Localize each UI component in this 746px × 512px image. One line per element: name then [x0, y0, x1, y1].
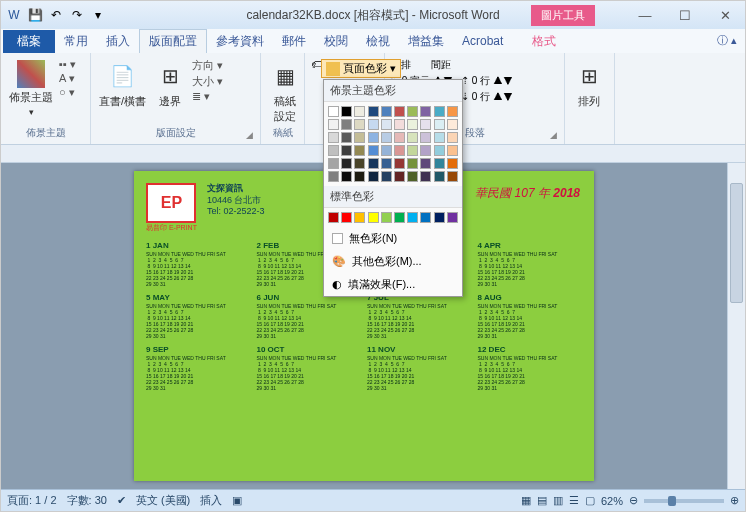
color-swatch[interactable] — [328, 212, 339, 223]
color-swatch[interactable] — [434, 119, 445, 130]
color-swatch[interactable] — [381, 145, 392, 156]
view-print-layout-icon[interactable]: ▦ — [521, 494, 531, 507]
zoom-slider[interactable] — [644, 499, 724, 503]
color-swatch[interactable] — [354, 132, 365, 143]
color-swatch[interactable] — [447, 132, 458, 143]
color-swatch[interactable] — [420, 158, 431, 169]
size-button[interactable]: 大小 ▾ — [192, 74, 223, 89]
color-swatch[interactable] — [368, 158, 379, 169]
page-count[interactable]: 頁面: 1 / 2 — [7, 493, 57, 508]
qat-more-icon[interactable]: ▾ — [89, 6, 107, 24]
color-swatch[interactable] — [407, 158, 418, 169]
color-swatch[interactable] — [394, 119, 405, 130]
color-swatch[interactable] — [328, 158, 339, 169]
tab-acrobat[interactable]: Acrobat — [453, 31, 512, 51]
vertical-scrollbar[interactable] — [727, 163, 745, 489]
paragraph-launcher-icon[interactable]: ◢ — [550, 130, 562, 142]
word-count[interactable]: 字數: 30 — [67, 493, 107, 508]
view-fullscreen-icon[interactable]: ▤ — [537, 494, 547, 507]
color-swatch[interactable] — [407, 106, 418, 117]
no-color-item[interactable]: 無色彩(N) — [324, 227, 462, 250]
maximize-button[interactable]: ☐ — [665, 4, 705, 26]
color-swatch[interactable] — [420, 212, 431, 223]
color-swatch[interactable] — [434, 145, 445, 156]
orientation-button[interactable]: 📄 直書/橫書 — [97, 58, 148, 111]
color-swatch[interactable] — [368, 145, 379, 156]
view-draft-icon[interactable]: ▢ — [585, 494, 595, 507]
color-swatch[interactable] — [328, 119, 339, 130]
color-swatch[interactable] — [434, 212, 445, 223]
color-swatch[interactable] — [341, 145, 352, 156]
color-swatch[interactable] — [407, 132, 418, 143]
tab-addins[interactable]: 增益集 — [399, 30, 453, 53]
redo-icon[interactable]: ↷ — [68, 6, 86, 24]
spellcheck-icon[interactable]: ✔ — [117, 494, 126, 507]
undo-icon[interactable]: ↶ — [47, 6, 65, 24]
direction-button[interactable]: 方向 ▾ — [192, 58, 223, 73]
color-swatch[interactable] — [354, 145, 365, 156]
color-swatch[interactable] — [328, 106, 339, 117]
theme-colors-icon[interactable]: ▪▪ ▾ — [59, 58, 76, 71]
color-swatch[interactable] — [447, 171, 458, 182]
fill-effects-item[interactable]: ◐填滿效果(F)... — [324, 273, 462, 296]
arrange-button[interactable]: ⊞ 排列 — [571, 58, 607, 111]
color-swatch[interactable] — [394, 212, 405, 223]
color-swatch[interactable] — [368, 212, 379, 223]
theme-fonts-icon[interactable]: A ▾ — [59, 72, 76, 85]
color-swatch[interactable] — [407, 171, 418, 182]
color-swatch[interactable] — [447, 212, 458, 223]
insert-mode[interactable]: 插入 — [200, 493, 222, 508]
macro-icon[interactable]: ▣ — [232, 494, 242, 507]
close-button[interactable]: ✕ — [705, 4, 745, 26]
color-swatch[interactable] — [341, 132, 352, 143]
color-swatch[interactable] — [341, 106, 352, 117]
color-swatch[interactable] — [368, 171, 379, 182]
help-icon[interactable]: ⓘ ▴ — [717, 33, 737, 48]
space-after-input[interactable]: ⇣ 0 行 ⯅⯆ — [461, 90, 513, 104]
more-colors-item[interactable]: 🎨其他色彩(M)... — [324, 250, 462, 273]
zoom-in-button[interactable]: ⊕ — [730, 494, 739, 507]
tab-insert[interactable]: 插入 — [97, 30, 139, 53]
color-swatch[interactable] — [328, 132, 339, 143]
color-swatch[interactable] — [420, 171, 431, 182]
color-swatch[interactable] — [328, 145, 339, 156]
tab-home[interactable]: 常用 — [55, 30, 97, 53]
color-swatch[interactable] — [381, 158, 392, 169]
color-swatch[interactable] — [447, 158, 458, 169]
margins-button[interactable]: ⊞ 邊界 — [152, 58, 188, 111]
color-swatch[interactable] — [394, 132, 405, 143]
color-swatch[interactable] — [354, 119, 365, 130]
color-swatch[interactable] — [368, 106, 379, 117]
tab-references[interactable]: 參考資料 — [207, 30, 273, 53]
scrollbar-thumb[interactable] — [730, 183, 743, 303]
color-swatch[interactable] — [447, 119, 458, 130]
language-indicator[interactable]: 英文 (美國) — [136, 493, 190, 508]
color-swatch[interactable] — [407, 119, 418, 130]
color-swatch[interactable] — [381, 212, 392, 223]
pagesetup-launcher-icon[interactable]: ◢ — [246, 130, 258, 142]
color-swatch[interactable] — [328, 171, 339, 182]
color-swatch[interactable] — [420, 106, 431, 117]
color-swatch[interactable] — [368, 119, 379, 130]
color-swatch[interactable] — [394, 171, 405, 182]
view-web-icon[interactable]: ▥ — [553, 494, 563, 507]
space-before-input[interactable]: ⇡ 0 行 ⯅⯆ — [461, 74, 513, 88]
color-swatch[interactable] — [394, 106, 405, 117]
color-swatch[interactable] — [434, 132, 445, 143]
color-swatch[interactable] — [381, 171, 392, 182]
color-swatch[interactable] — [341, 119, 352, 130]
color-swatch[interactable] — [434, 158, 445, 169]
word-icon[interactable]: W — [5, 6, 23, 24]
color-swatch[interactable] — [447, 106, 458, 117]
tab-file[interactable]: 檔案 — [3, 30, 55, 53]
color-swatch[interactable] — [354, 212, 365, 223]
tab-mailings[interactable]: 郵件 — [273, 30, 315, 53]
color-swatch[interactable] — [420, 145, 431, 156]
save-icon[interactable]: 💾 — [26, 6, 44, 24]
color-swatch[interactable] — [354, 106, 365, 117]
color-swatch[interactable] — [420, 132, 431, 143]
tab-view[interactable]: 檢視 — [357, 30, 399, 53]
color-swatch[interactable] — [420, 119, 431, 130]
color-swatch[interactable] — [434, 171, 445, 182]
tab-format[interactable]: 格式 — [523, 30, 565, 53]
